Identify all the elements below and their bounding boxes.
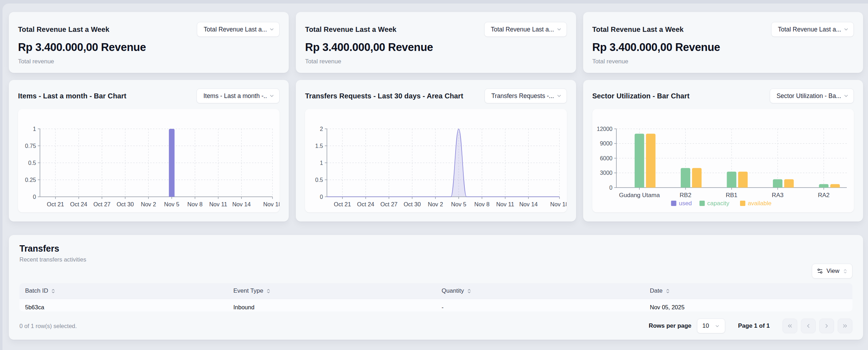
svg-text:available: available: [748, 200, 772, 207]
svg-text:1.5: 1.5: [315, 143, 323, 149]
svg-text:Oct 21: Oct 21: [47, 201, 64, 207]
chevrons-left-icon: [787, 323, 793, 329]
chevron-down-icon: [269, 27, 275, 32]
table-toolbar: View: [19, 264, 852, 279]
svg-text:RA3: RA3: [772, 192, 784, 199]
column-label: Date: [650, 287, 663, 294]
page-info: Page 1 of 1: [738, 322, 770, 329]
svg-text:Nov 11: Nov 11: [496, 201, 514, 207]
svg-text:0.25: 0.25: [25, 177, 36, 183]
svg-text:Nov 5: Nov 5: [164, 201, 179, 207]
revenue-card-1-header: Total Revenue Last a Week Total Revenue …: [18, 22, 280, 37]
revenue-card-1: Total Revenue Last a Week Total Revenue …: [9, 12, 289, 73]
revenue-card-2-header: Total Revenue Last a Week Total Revenue …: [305, 22, 567, 37]
pager: [782, 319, 852, 333]
chevrons-up-down-icon: [843, 269, 848, 274]
column-header-quantity[interactable]: Quantity: [436, 287, 644, 294]
table-header-row: Batch ID Event Type Quantity Date: [19, 283, 852, 299]
column-header-batch-id[interactable]: Batch ID: [19, 287, 228, 294]
svg-text:Nov 14: Nov 14: [519, 201, 538, 207]
chevron-down-icon: [715, 323, 720, 329]
items-chart-dropdown[interactable]: Items - Last a month -..: [197, 88, 280, 103]
revenue-card-1-dropdown-label: Total Revenue Last a...: [204, 26, 267, 33]
previous-page-button[interactable]: [801, 319, 816, 333]
chevron-right-icon: [823, 323, 830, 329]
svg-text:Oct 24: Oct 24: [357, 201, 375, 207]
sector-chart-title: Sector Utilization - Bar Chart: [592, 92, 690, 100]
last-page-button[interactable]: [838, 319, 852, 333]
svg-text:Nov 14: Nov 14: [232, 201, 251, 207]
selected-rows-text: 0 of 1 row(s) selected.: [19, 323, 77, 329]
sector-chart-dropdown[interactable]: Sector Utilization - Ba...: [770, 88, 854, 103]
svg-text:9000: 9000: [600, 140, 612, 147]
chevron-down-icon: [843, 93, 849, 99]
next-page-button[interactable]: [819, 319, 834, 333]
svg-text:Oct 27: Oct 27: [93, 201, 111, 207]
column-label: Quantity: [442, 287, 464, 294]
svg-text:Nov 18: Nov 18: [550, 201, 567, 207]
svg-text:Nov 18: Nov 18: [263, 201, 280, 207]
column-header-event-type[interactable]: Event Type: [228, 287, 436, 294]
sliders-icon: [817, 268, 823, 274]
chevron-down-icon: [556, 93, 562, 99]
view-button-label: View: [826, 268, 839, 275]
svg-text:0: 0: [33, 194, 36, 200]
revenue-value: Rp 3.400.000,00 Revenue: [592, 41, 854, 54]
sort-icon: [51, 288, 56, 294]
svg-text:Gudang Utama: Gudang Utama: [619, 192, 660, 199]
table-footer: 0 of 1 row(s) selected. Rows per page 10…: [19, 319, 852, 333]
svg-text:1: 1: [320, 160, 323, 166]
rows-per-page-label: Rows per page: [649, 322, 691, 329]
svg-text:Oct 30: Oct 30: [404, 201, 421, 207]
revenue-subtitle: Total revenue: [305, 58, 567, 65]
transfers-subtitle: Recent transfers activities: [19, 256, 852, 263]
svg-text:Oct 30: Oct 30: [117, 201, 134, 207]
svg-text:Nov 8: Nov 8: [474, 201, 489, 207]
revenue-cards-row: Total Revenue Last a Week Total Revenue …: [9, 12, 863, 73]
cell-batch-id: 5b63ca: [19, 304, 228, 311]
items-chart-title: Items - Last a month - Bar Chart: [18, 92, 127, 100]
transfers-area-chart-card: Transfers Requests - Last 30 days - Area…: [296, 80, 576, 222]
svg-text:RB2: RB2: [680, 192, 691, 199]
first-page-button[interactable]: [782, 319, 797, 333]
revenue-card-1-dropdown[interactable]: Total Revenue Last a...: [197, 22, 280, 37]
svg-text:capacity: capacity: [707, 200, 729, 207]
sector-bar-chart-plot: 030006000900012000Gudang UtamaRB2RB1RA3R…: [592, 109, 854, 212]
svg-text:6000: 6000: [600, 155, 612, 161]
svg-text:Nov 11: Nov 11: [209, 201, 227, 207]
svg-text:0.5: 0.5: [315, 177, 323, 183]
transfers-chart-dropdown-label: Transfers Requests -...: [491, 92, 554, 100]
transfers-chart-header: Transfers Requests - Last 30 days - Area…: [305, 88, 567, 103]
sector-chart-header: Sector Utilization - Bar Chart Sector Ut…: [592, 88, 854, 103]
view-button[interactable]: View: [812, 264, 852, 279]
transfers-area-chart-plot: 00.511.52Oct 21Oct 24Oct 27Oct 30Nov 2No…: [305, 109, 567, 212]
sector-utilization-chart-card: Sector Utilization - Bar Chart Sector Ut…: [583, 80, 863, 222]
table-row[interactable]: 5b63ca Inbound - Nov 05, 2025: [19, 299, 852, 311]
revenue-card-3-title: Total Revenue Last a Week: [592, 25, 684, 34]
sort-icon: [467, 288, 472, 294]
sort-icon: [665, 288, 670, 294]
transfers-chart-dropdown[interactable]: Transfers Requests -...: [485, 88, 567, 103]
chevron-down-icon: [556, 27, 562, 32]
items-bar-chart-plot: 00.250.50.751Oct 21Oct 24Oct 27Oct 30Nov…: [18, 109, 280, 212]
cell-date: Nov 05, 2025: [644, 304, 852, 311]
svg-text:12000: 12000: [597, 126, 612, 132]
column-label: Batch ID: [25, 287, 48, 294]
svg-text:Nov 5: Nov 5: [451, 201, 467, 207]
revenue-card-2-title: Total Revenue Last a Week: [305, 25, 397, 34]
rows-per-page-select[interactable]: 10: [697, 319, 725, 333]
chevron-down-icon: [843, 27, 849, 32]
revenue-card-2-dropdown[interactable]: Total Revenue Last a...: [484, 22, 567, 37]
transfers-card: Transfers Recent transfers activities Vi…: [9, 235, 863, 340]
revenue-card-3-dropdown[interactable]: Total Revenue Last a...: [771, 22, 854, 37]
svg-text:used: used: [679, 200, 692, 207]
svg-text:0: 0: [609, 185, 612, 191]
rows-per-page-value: 10: [702, 322, 709, 329]
revenue-card-2: Total Revenue Last a Week Total Revenue …: [296, 12, 576, 73]
svg-text:0: 0: [320, 194, 323, 200]
revenue-card-3-dropdown-label: Total Revenue Last a...: [778, 26, 841, 33]
transfers-table: Batch ID Event Type Quantity Date 5b63ca: [19, 283, 852, 311]
chevron-left-icon: [805, 323, 811, 329]
transfers-chart-title: Transfers Requests - Last 30 days - Area…: [305, 92, 463, 100]
column-header-date[interactable]: Date: [644, 287, 852, 294]
